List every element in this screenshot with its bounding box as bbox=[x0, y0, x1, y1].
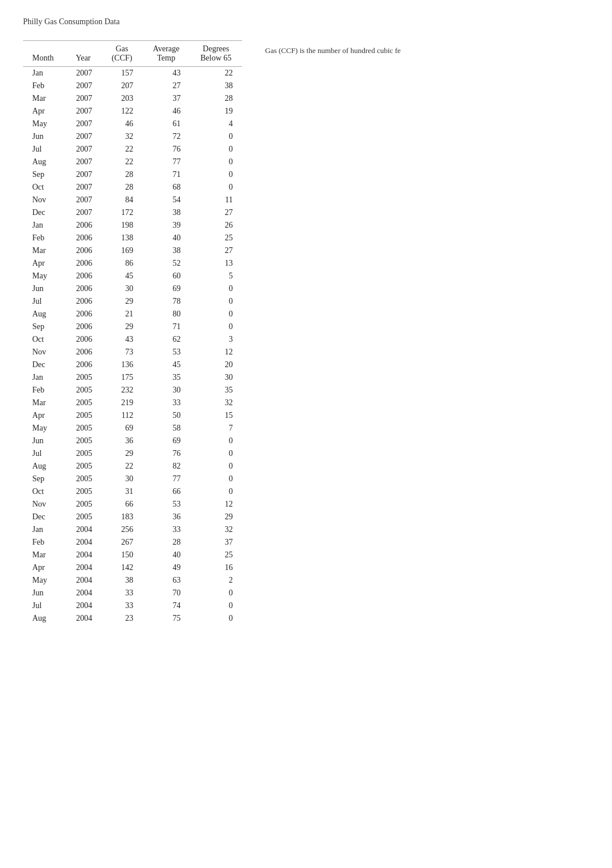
table-cell: 2005 bbox=[65, 409, 101, 422]
table-cell: 27 bbox=[142, 80, 190, 92]
table-cell: 0 bbox=[190, 473, 242, 485]
table-cell: Apr bbox=[23, 257, 65, 270]
table-cell: Aug bbox=[23, 156, 65, 168]
table-cell: Mar bbox=[23, 244, 65, 257]
table-cell: Mar bbox=[23, 397, 65, 409]
table-cell: 43 bbox=[101, 333, 142, 346]
table-cell: 36 bbox=[142, 511, 190, 523]
table-cell: 33 bbox=[142, 523, 190, 536]
table-cell: 2006 bbox=[65, 320, 101, 333]
table-cell: 40 bbox=[142, 549, 190, 561]
table-cell: 2005 bbox=[65, 485, 101, 498]
table-cell: 19 bbox=[190, 105, 242, 118]
table-cell: 25 bbox=[190, 232, 242, 244]
table-cell: May bbox=[23, 574, 65, 587]
table-cell: 29 bbox=[101, 447, 142, 460]
table-cell: 30 bbox=[142, 384, 190, 397]
table-cell: Jun bbox=[23, 130, 65, 143]
table-cell: 2006 bbox=[65, 257, 101, 270]
table-cell: 2006 bbox=[65, 219, 101, 232]
table-cell: Jul bbox=[23, 447, 65, 460]
table-cell: Jul bbox=[23, 599, 65, 612]
table-cell: 0 bbox=[190, 587, 242, 599]
table-cell: 2006 bbox=[65, 282, 101, 295]
table-cell: 2007 bbox=[65, 67, 101, 80]
table-cell: Feb bbox=[23, 536, 65, 549]
table-cell: 76 bbox=[142, 143, 190, 156]
table-cell: 2007 bbox=[65, 105, 101, 118]
table-cell: 2005 bbox=[65, 422, 101, 435]
table-cell: Mar bbox=[23, 549, 65, 561]
table-row: Jul200433740 bbox=[23, 599, 242, 612]
table-cell: 84 bbox=[101, 194, 142, 206]
table-cell: 219 bbox=[101, 397, 142, 409]
table-row: Apr2006865213 bbox=[23, 257, 242, 270]
table-cell: 12 bbox=[190, 346, 242, 358]
table-cell: 33 bbox=[101, 599, 142, 612]
table-cell: 0 bbox=[190, 282, 242, 295]
table-row: Feb20072072738 bbox=[23, 80, 242, 92]
table-cell: 2005 bbox=[65, 435, 101, 447]
table-cell: 29 bbox=[101, 320, 142, 333]
table-cell: 22 bbox=[101, 143, 142, 156]
table-row: Jul200722760 bbox=[23, 143, 242, 156]
page-title: Philly Gas Consumption Data bbox=[23, 17, 589, 27]
table-row: Feb20042672837 bbox=[23, 536, 242, 549]
table-cell: 33 bbox=[101, 587, 142, 599]
table-cell: 40 bbox=[142, 232, 190, 244]
table-cell: 2006 bbox=[65, 232, 101, 244]
table-cell: Aug bbox=[23, 612, 65, 625]
table-cell: 32 bbox=[101, 130, 142, 143]
table-cell: 2006 bbox=[65, 333, 101, 346]
table-cell: Aug bbox=[23, 460, 65, 473]
table-cell: 37 bbox=[142, 92, 190, 105]
table-cell: 58 bbox=[142, 422, 190, 435]
table-cell: 62 bbox=[142, 333, 190, 346]
table-cell: 12 bbox=[190, 498, 242, 511]
table-cell: Nov bbox=[23, 498, 65, 511]
table-row: Dec20071723827 bbox=[23, 206, 242, 219]
table-row: Jun200536690 bbox=[23, 435, 242, 447]
table-cell: 33 bbox=[142, 397, 190, 409]
table-cell: 2006 bbox=[65, 244, 101, 257]
table-cell: 0 bbox=[190, 599, 242, 612]
table-row: Jun200433700 bbox=[23, 587, 242, 599]
table-cell: 66 bbox=[101, 498, 142, 511]
table-cell: 0 bbox=[190, 168, 242, 181]
table-cell: 37 bbox=[190, 536, 242, 549]
table-cell: 32 bbox=[190, 523, 242, 536]
table-cell: 23 bbox=[101, 612, 142, 625]
table-cell: Feb bbox=[23, 232, 65, 244]
table-cell: 0 bbox=[190, 295, 242, 308]
table-cell: 2005 bbox=[65, 371, 101, 384]
table-cell: 2004 bbox=[65, 574, 101, 587]
table-row: Oct200643623 bbox=[23, 333, 242, 346]
table-cell: 2007 bbox=[65, 143, 101, 156]
table-cell: Nov bbox=[23, 346, 65, 358]
table-cell: 0 bbox=[190, 435, 242, 447]
table-cell: 38 bbox=[142, 206, 190, 219]
table-cell: 2004 bbox=[65, 549, 101, 561]
table-cell: 29 bbox=[101, 295, 142, 308]
table-cell: 45 bbox=[101, 270, 142, 282]
table-row: Jan20061983926 bbox=[23, 219, 242, 232]
table-cell: 28 bbox=[101, 181, 142, 194]
table-cell: 71 bbox=[142, 320, 190, 333]
table-cell: Apr bbox=[23, 409, 65, 422]
table-cell: 27 bbox=[190, 206, 242, 219]
table-cell: 54 bbox=[142, 194, 190, 206]
data-table: Month Year Gas(CCF) AverageTemp DegreesB… bbox=[23, 40, 242, 625]
table-cell: 86 bbox=[101, 257, 142, 270]
table-cell: 43 bbox=[142, 67, 190, 80]
table-cell: 2007 bbox=[65, 168, 101, 181]
table-cell: 2007 bbox=[65, 156, 101, 168]
table-cell: 46 bbox=[101, 118, 142, 130]
table-row: Aug200423750 bbox=[23, 612, 242, 625]
col-year: Year bbox=[65, 41, 101, 67]
table-cell: 71 bbox=[142, 168, 190, 181]
table-cell: 2006 bbox=[65, 270, 101, 282]
table-cell: 2007 bbox=[65, 130, 101, 143]
table-cell: 49 bbox=[142, 561, 190, 574]
table-cell: 2005 bbox=[65, 384, 101, 397]
table-cell: 72 bbox=[142, 130, 190, 143]
